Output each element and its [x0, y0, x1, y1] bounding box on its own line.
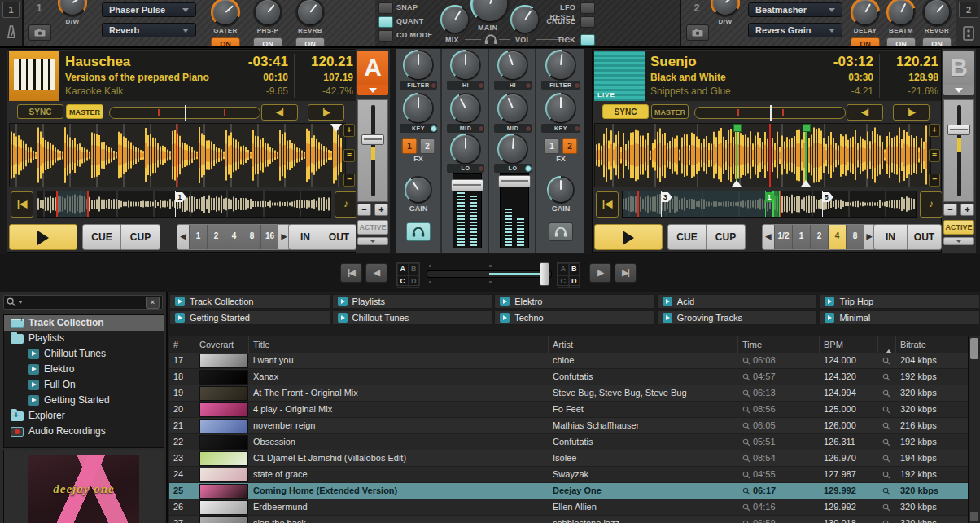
- channel-b-key-knob[interactable]: [547, 94, 575, 122]
- channel-b-lo-indicator[interactable]: [525, 165, 532, 172]
- loop-in-marker[interactable]: [736, 124, 737, 187]
- loop-smaller-button[interactable]: ◀: [763, 225, 774, 249]
- channel-b-key-indicator[interactable]: [574, 125, 580, 132]
- deck-a-tempo-plus-button[interactable]: +: [374, 204, 388, 216]
- channel-a-fader-handle[interactable]: [451, 179, 483, 191]
- fx1-knob-2-on-button[interactable]: ON: [253, 37, 282, 46]
- zoom-in-button[interactable]: +: [929, 124, 940, 137]
- zoom-reset-button[interactable]: =: [929, 149, 940, 162]
- loop-size-16[interactable]: 16: [260, 225, 278, 249]
- loop-size-1[interactable]: 1: [189, 225, 207, 249]
- fx1-snapshot-button[interactable]: [28, 24, 51, 41]
- table-row[interactable]: 27slap the backcobblestone jazz06:59130.…: [169, 516, 968, 523]
- deck-a-track-info[interactable]: Hauschea Versions of the prepared Piano …: [8, 51, 356, 101]
- channel-a-monitor-button[interactable]: [406, 222, 431, 241]
- search-filter-caret-icon[interactable]: [18, 301, 23, 304]
- fx1-knob-3[interactable]: [298, 0, 322, 24]
- deck-b-tempo-fader[interactable]: [943, 99, 974, 202]
- assign-c[interactable]: C: [397, 275, 409, 288]
- assign-b[interactable]: B: [569, 263, 580, 275]
- deck-b-tempo-plus-button[interactable]: +: [960, 204, 974, 216]
- channel-a-filter-knob[interactable]: [405, 51, 432, 79]
- assign-a[interactable]: A: [397, 263, 409, 275]
- fx-assign-1[interactable]: 1: [402, 138, 418, 154]
- sidebar-item-full-on[interactable]: Full On: [4, 377, 164, 393]
- fx1-dry-wet-knob[interactable]: [60, 0, 85, 15]
- deck-b-tempo-bend-right[interactable]: |▶: [893, 104, 930, 121]
- sidebar-item-audio-recordings[interactable]: Audio Recordings: [4, 424, 164, 439]
- preview-icon[interactable]: [882, 487, 890, 495]
- deck-a-cup-button[interactable]: CUP: [121, 224, 160, 250]
- favorite-item[interactable]: Minimal: [819, 310, 980, 325]
- preview-icon[interactable]: [742, 520, 750, 523]
- deck-a-loop-in-button[interactable]: IN: [288, 224, 322, 250]
- table-scrollbar[interactable]: [968, 336, 980, 523]
- crossfader-assign-right[interactable]: ABCD: [557, 262, 580, 286]
- deck-a-menu-button[interactable]: [357, 85, 388, 95]
- deck-b-tempo-minus-button[interactable]: −: [943, 204, 957, 216]
- table-row[interactable]: 22ObsessionConfutatis05:51126.311192 kbp…: [169, 434, 968, 450]
- lfo-reset-button[interactable]: [580, 2, 595, 14]
- table-row[interactable]: 24state of graceSwayzak04:55127.987192 k…: [169, 467, 968, 483]
- sidebar-item-getting-started[interactable]: Getting Started: [4, 393, 164, 408]
- favorite-item[interactable]: Acid: [657, 294, 818, 309]
- table-row[interactable]: 204 play - Original MixFo Feet08:56125.0…: [169, 402, 968, 418]
- deck-b-tempo-handle[interactable]: [947, 125, 970, 135]
- favorite-item[interactable]: Getting Started: [169, 310, 330, 325]
- table-row[interactable]: 23C1 Djamel Et Jamshid (Villalobos Edit)…: [169, 450, 968, 467]
- deck-a-loop-out-button[interactable]: OUT: [322, 224, 357, 250]
- deck-b-play-button[interactable]: [594, 224, 663, 250]
- fx2-knob-2[interactable]: [889, 0, 913, 24]
- fx1-knob-2[interactable]: [256, 0, 280, 24]
- assign-b[interactable]: B: [409, 263, 420, 275]
- channel-b-hi-knob[interactable]: [499, 51, 527, 79]
- table-row[interactable]: 21november reignMathias Schaffhauser06:0…: [169, 418, 968, 434]
- loop-size-1/2[interactable]: 1/2: [774, 225, 792, 249]
- favorite-item[interactable]: Grooving Tracks: [657, 310, 818, 325]
- preview-icon[interactable]: [882, 503, 890, 512]
- preview-icon[interactable]: [882, 438, 890, 446]
- channel-a-mid-knob[interactable]: [452, 94, 479, 122]
- fx1-knob-3-on-button[interactable]: ON: [295, 37, 325, 46]
- channel-b-gain-knob[interactable]: [549, 178, 573, 202]
- sidebar-item-track-collection[interactable]: Track Collection: [4, 315, 164, 331]
- deck-b-loop-out-button[interactable]: OUT: [908, 224, 942, 250]
- assign-d[interactable]: D: [409, 275, 420, 288]
- fx-assign-1[interactable]: 1: [545, 138, 560, 154]
- deck-a-waveform[interactable]: [9, 123, 346, 187]
- fx2-slot2-select[interactable]: Revers Grain: [748, 23, 842, 37]
- fx2-knob-3[interactable]: [925, 0, 949, 24]
- deck-b-sync-button[interactable]: SYNC: [602, 104, 649, 119]
- deck-a-tempo-minus-button[interactable]: −: [357, 204, 371, 216]
- scrollbar-thumb[interactable]: [970, 338, 978, 359]
- assign-c[interactable]: C: [558, 275, 569, 288]
- preview-icon[interactable]: [742, 422, 750, 430]
- sidebar-item-chillout-tunes[interactable]: Chillout Tunes: [4, 346, 164, 362]
- column-header-num[interactable]: #: [169, 336, 195, 353]
- channel-a-filter-indicator[interactable]: [431, 82, 437, 89]
- preview-icon[interactable]: [742, 357, 750, 365]
- deck-a-advanced-panel-button[interactable]: [357, 237, 388, 245]
- loop-size-8[interactable]: 8: [243, 225, 260, 249]
- zoom-out-button[interactable]: −: [343, 174, 355, 187]
- fx2-dry-wet-knob[interactable]: [713, 0, 737, 15]
- assign-d[interactable]: D: [569, 275, 580, 288]
- zoom-reset-button[interactable]: =: [343, 149, 355, 162]
- search-box[interactable]: ×: [3, 295, 163, 310]
- deck-a-tempo-handle[interactable]: [361, 134, 384, 145]
- sidebar-item-explorer[interactable]: Explorer: [4, 408, 164, 424]
- fx1-knob-1-on-button[interactable]: ON: [211, 37, 240, 46]
- preview-icon[interactable]: [882, 422, 890, 430]
- table-row[interactable]: 25Coming Home (Extended Version)Deejay O…: [169, 483, 968, 499]
- fx2-knob-2-on-button[interactable]: ON: [886, 37, 916, 46]
- preview-icon[interactable]: [742, 438, 750, 446]
- channel-b-mid-indicator[interactable]: [525, 125, 532, 132]
- channel-a-gain-knob[interactable]: [406, 178, 431, 202]
- preview-icon[interactable]: [742, 471, 750, 479]
- loop-out-marker[interactable]: [805, 124, 807, 187]
- headphone-mix-knob[interactable]: [442, 7, 468, 33]
- cruise-toggle[interactable]: [580, 16, 595, 28]
- loop-size-4[interactable]: 4: [828, 225, 846, 249]
- channel-a-volume-fader[interactable]: [453, 173, 482, 248]
- deck-a-tempo-fader[interactable]: [357, 99, 388, 202]
